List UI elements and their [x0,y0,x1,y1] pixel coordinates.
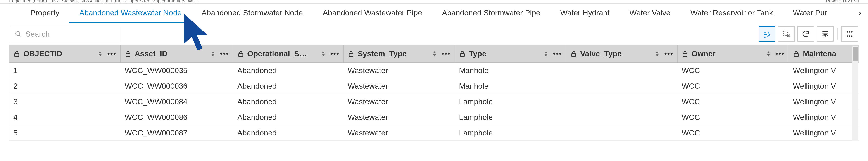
tab-label: Abandoned Wastewater Pipe [323,8,422,17]
sort-icon[interactable] [321,51,326,57]
tab-abandoned-wastewater-pipe[interactable]: Abandoned Wastewater Pipe [313,4,432,23]
svg-marker-27 [545,51,548,53]
table-row[interactable]: 3WCC_WW000084AbandonedWastewaterLamphole… [9,94,859,109]
lock-icon [125,51,131,57]
filter-by-selection-button[interactable] [758,26,775,42]
cell-maint: Wellington V [789,66,843,75]
column-header-ops[interactable]: Operational_S…••• [233,45,344,62]
cell-obj: 2 [9,82,121,91]
tab-label: Water Hydrant [560,8,610,17]
column-label: Owner [691,49,716,58]
lock-icon [237,51,244,57]
svg-marker-19 [212,54,214,56]
column-header-maint[interactable]: Maintena [789,45,843,62]
tab-water-valve[interactable]: Water Valve [620,4,680,23]
table-row[interactable]: 4WCC_WW000086AbandonedWastewaterLamphole… [9,109,859,125]
sort-icon[interactable] [98,51,103,57]
search-icon [14,30,22,37]
cell-ops: Abandoned [233,66,344,75]
cell-maint: Wellington V [789,97,843,106]
cell-asset: WCC_WW000084 [121,97,233,106]
search-input[interactable] [25,30,116,38]
table-row[interactable]: 2WCC_WW000036AbandonedWastewaterManholeW… [9,78,859,94]
column-header-sys[interactable]: System_Type••• [344,45,455,62]
column-menu-icon[interactable]: ••• [775,50,784,58]
clear-selection-button[interactable] [778,26,795,42]
cell-ops: Abandoned [233,82,344,91]
svg-marker-22 [322,54,325,56]
svg-marker-28 [545,54,548,56]
cell-ops: Abandoned [233,128,344,137]
refresh-icon [802,30,810,38]
sort-icon[interactable] [210,51,215,57]
tab-water-reservoir-or-tank[interactable]: Water Reservoir or Tank [680,4,783,23]
svg-point-12 [849,35,850,37]
column-label: Asset_ID [134,49,167,58]
column-header-asset[interactable]: Asset_ID••• [121,45,233,62]
svg-rect-14 [15,53,19,56]
svg-rect-32 [683,53,687,56]
cell-asset: WCC_WW000086 [121,113,233,122]
refresh-button[interactable] [798,26,814,42]
show-hide-columns-icon [821,30,830,38]
sort-icon[interactable] [766,51,771,57]
app-launcher-icon [845,30,854,38]
cell-owner: WCC [678,66,789,75]
cell-type: Lamphole [455,113,566,122]
svg-point-10 [851,31,852,32]
column-menu-icon[interactable]: ••• [441,50,451,58]
cell-maint: Wellington V [789,113,843,122]
tab-abandoned-stormwater-node[interactable]: Abandoned Stormwater Node [192,4,313,23]
tab-water-pur[interactable]: Water Pur [783,4,837,23]
svg-line-1 [19,35,20,36]
tab-water-hydrant[interactable]: Water Hydrant [550,4,620,23]
show-hide-columns-button[interactable] [817,26,834,42]
sort-icon[interactable] [544,51,548,57]
vertical-scrollbar[interactable] [852,46,858,139]
svg-marker-25 [433,54,436,56]
tab-property[interactable]: Property [20,4,69,23]
cell-type: Manhole [455,66,566,75]
svg-rect-29 [572,53,576,56]
clear-selection-icon [782,30,790,38]
lock-icon [682,51,688,57]
cell-owner: WCC [678,113,789,122]
cell-obj: 1 [9,66,121,75]
table-row[interactable]: 1WCC_WW000035AbandonedWastewaterManholeW… [9,63,859,78]
column-header-valve[interactable]: Valve_Type••• [566,45,678,62]
tab-label: Abandoned Stormwater Node [202,8,303,17]
column-menu-icon[interactable]: ••• [664,50,673,58]
cell-obj: 4 [9,113,121,122]
app-launcher-button[interactable] [841,26,858,42]
column-header-owner[interactable]: Owner••• [678,45,789,62]
column-menu-icon[interactable]: ••• [220,50,229,58]
cell-sys: Wastewater [344,113,455,122]
svg-marker-16 [99,54,102,56]
scrollbar-thumb[interactable] [853,47,858,61]
attribution-left: Eagle Tech (Ortho), LINZ, StatsNZ, NIWA,… [9,0,198,3]
tab-abandoned-stormwater-pipe[interactable]: Abandoned Stormwater Pipe [432,4,550,23]
svg-marker-21 [322,51,325,53]
column-header-type[interactable]: Type••• [455,45,566,62]
tab-abandoned-wastewater-node[interactable]: Abandoned Wastewater Node [69,4,192,23]
svg-point-0 [16,31,20,35]
column-menu-icon[interactable]: ••• [107,50,116,58]
search-box[interactable] [10,26,120,42]
sort-icon[interactable] [655,51,660,57]
svg-rect-17 [126,53,130,56]
column-menu-icon[interactable]: ••• [330,50,339,58]
tabs-scroll-right-button[interactable] [854,4,866,23]
cell-sys: Wastewater [344,66,455,75]
column-header-obj[interactable]: OBJECTID••• [9,45,121,62]
toolbar-separator [837,28,838,39]
svg-point-7 [825,35,826,36]
cell-sys: Wastewater [344,82,455,91]
filter-by-selection-icon [763,30,771,38]
table-row[interactable]: 5WCC_WW000087AbandonedWastewaterLamphole… [9,125,859,141]
sort-icon[interactable] [432,51,437,57]
column-menu-icon[interactable]: ••• [553,50,562,58]
attribute-table: OBJECTID•••Asset_ID•••Operational_S…•••S… [9,45,859,141]
svg-point-13 [851,35,852,37]
svg-marker-30 [656,51,659,53]
lock-icon [348,51,354,57]
